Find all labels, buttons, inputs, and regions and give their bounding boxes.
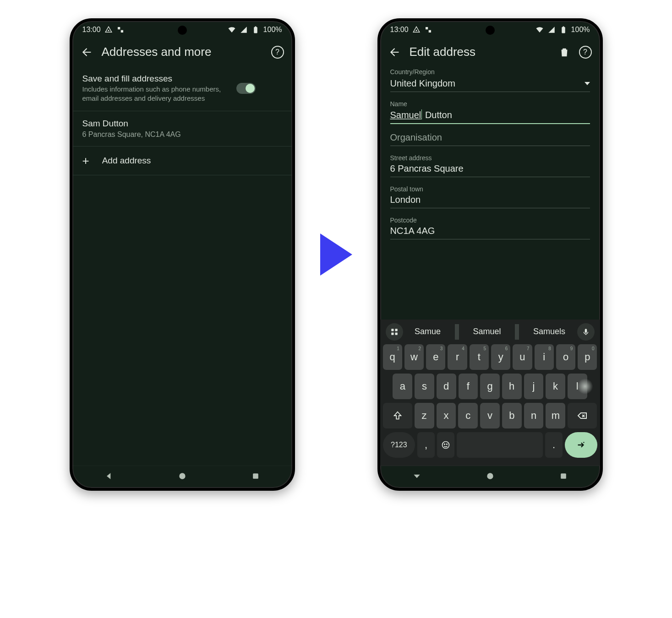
svg-rect-6 — [253, 473, 258, 479]
nav-home[interactable] — [178, 472, 187, 482]
emoji-key[interactable] — [437, 432, 454, 458]
key-f[interactable]: f — [459, 374, 478, 399]
key-w[interactable]: w2 — [404, 344, 424, 370]
key-j[interactable]: j — [524, 374, 544, 399]
street-field[interactable]: Street address 6 Pancras Square — [390, 154, 590, 177]
status-icon-a — [412, 26, 421, 34]
nav-keyboard-hide[interactable] — [412, 472, 421, 482]
key-x[interactable]: x — [437, 403, 456, 428]
help-button[interactable]: ? — [579, 46, 592, 59]
key-s[interactable]: s — [415, 374, 434, 399]
suggestion-1[interactable]: Samue — [413, 324, 443, 340]
svg-point-5 — [179, 473, 185, 479]
back-button[interactable] — [81, 46, 93, 59]
address-form: Country/Region United Kingdom Name Samue… — [380, 66, 600, 239]
address-entry[interactable]: Sam Dutton 6 Pancras Square, NC1A 4AG — [72, 111, 292, 146]
chevron-down-icon — [585, 82, 590, 85]
battery-pct: 100% — [571, 26, 590, 34]
svg-rect-4 — [255, 27, 256, 27]
comma-key[interactable]: , — [417, 432, 435, 458]
svg-point-0 — [108, 30, 109, 31]
organisation-field[interactable]: Organisation — [390, 132, 590, 146]
period-key[interactable]: . — [545, 432, 563, 458]
key-v[interactable]: v — [480, 403, 500, 428]
setting-desc: Includes information such as phone numbe… — [82, 85, 229, 103]
key-p[interactable]: p0 — [578, 344, 597, 370]
wifi-icon — [228, 26, 236, 34]
town-field[interactable]: Postal town London — [390, 185, 590, 208]
keyboard-row-4: ?123 , . — [383, 432, 597, 458]
suggestion-3[interactable]: Samuels — [531, 324, 567, 340]
voice-input-icon[interactable] — [577, 323, 595, 341]
page-title: Edit address — [410, 45, 550, 59]
svg-point-18 — [444, 444, 445, 445]
svg-rect-10 — [562, 27, 565, 33]
plus-icon: + — [82, 155, 89, 167]
svg-point-19 — [446, 444, 447, 445]
nav-recent[interactable] — [251, 472, 260, 482]
enter-key[interactable] — [565, 432, 597, 458]
key-a[interactable]: a — [393, 374, 412, 399]
organisation-placeholder: Organisation — [390, 132, 590, 146]
wifi-icon — [535, 26, 544, 34]
town-value: London — [390, 195, 590, 208]
name-field[interactable]: Name Samuel Dutton — [390, 100, 590, 124]
svg-rect-14 — [391, 333, 393, 335]
entry-name: Sam Dutton — [82, 119, 282, 129]
country-select[interactable]: Country/Region United Kingdom — [390, 68, 590, 92]
key-t[interactable]: t5 — [470, 344, 489, 370]
key-h[interactable]: h — [502, 374, 522, 399]
key-k[interactable]: k — [546, 374, 565, 399]
svg-rect-21 — [561, 473, 566, 479]
app-bar: Addresses and more ? — [72, 36, 292, 66]
key-o[interactable]: o9 — [556, 344, 575, 370]
numeric-key[interactable]: ?123 — [383, 432, 415, 458]
back-button[interactable] — [388, 46, 401, 59]
key-r[interactable]: r4 — [448, 344, 467, 370]
key-b[interactable]: b — [502, 403, 522, 428]
keyboard-menu-icon[interactable] — [386, 323, 403, 341]
nav-home[interactable] — [486, 472, 495, 482]
key-d[interactable]: d — [437, 374, 456, 399]
save-fill-switch[interactable] — [236, 83, 256, 94]
save-fill-toggle-row[interactable]: Save and fill addresses Includes informa… — [72, 66, 292, 111]
suggestion-bar: Samue Samuel Samuels — [383, 323, 597, 344]
keyboard: Samue Samuel Samuels q1w2e3r4t5y6u7i8o9p… — [380, 320, 600, 466]
keyboard-row-2: asdfghjkl — [383, 374, 597, 399]
delete-button[interactable] — [558, 46, 571, 59]
status-icon-b — [116, 26, 125, 34]
add-address-button[interactable]: + Add address — [72, 146, 292, 175]
phone-edit-address: 13:00 100% Edit address ? Count — [377, 18, 603, 491]
svg-rect-9 — [428, 30, 431, 33]
nav-recent[interactable] — [559, 472, 568, 482]
country-label: Country/Region — [390, 68, 590, 76]
key-z[interactable]: z — [415, 403, 434, 428]
key-e[interactable]: e3 — [426, 344, 445, 370]
postcode-field[interactable]: Postcode NC1A 4AG — [390, 217, 590, 239]
battery-pct: 100% — [263, 26, 282, 34]
svg-rect-11 — [563, 27, 564, 27]
space-key[interactable] — [457, 432, 543, 458]
suggestion-2[interactable]: Samuel — [471, 324, 503, 340]
svg-point-7 — [415, 30, 417, 31]
signal-icon — [547, 26, 556, 34]
help-button[interactable]: ? — [271, 46, 284, 59]
svg-rect-1 — [118, 27, 120, 29]
key-i[interactable]: i8 — [535, 344, 554, 370]
key-u[interactable]: u7 — [513, 344, 532, 370]
key-n[interactable]: n — [524, 403, 544, 428]
key-c[interactable]: c — [458, 403, 478, 428]
phone-addresses-list: 13:00 100% Addresses and more ? Save and… — [70, 18, 295, 491]
key-q[interactable]: q1 — [383, 344, 402, 370]
svg-rect-15 — [395, 333, 397, 335]
svg-rect-13 — [395, 329, 397, 331]
transition-arrow-icon — [320, 233, 352, 276]
key-m[interactable]: m — [546, 403, 565, 428]
key-l[interactable]: l — [568, 374, 587, 399]
nav-back[interactable] — [104, 472, 114, 482]
status-time: 13:00 — [82, 26, 101, 34]
key-y[interactable]: y6 — [491, 344, 510, 370]
backspace-key[interactable] — [568, 403, 597, 428]
key-g[interactable]: g — [480, 374, 500, 399]
shift-key[interactable] — [383, 403, 412, 428]
